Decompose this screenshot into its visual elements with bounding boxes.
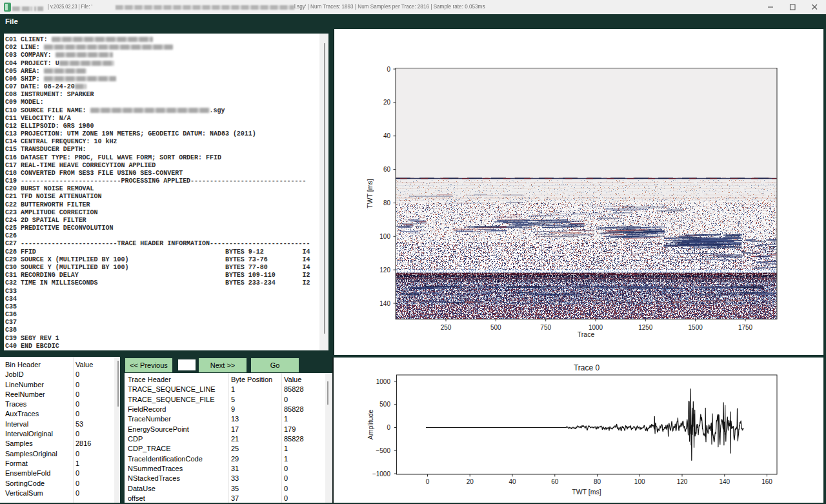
svg-text:0: 0 <box>387 424 390 431</box>
svg-text:140: 140 <box>379 300 390 307</box>
svg-text:120: 120 <box>677 478 688 485</box>
svg-text:TWT [ms]: TWT [ms] <box>572 488 601 496</box>
svg-text:Amplitude: Amplitude <box>367 410 374 440</box>
svg-text:TWT [ms]: TWT [ms] <box>366 179 374 208</box>
svg-text:0: 0 <box>387 66 390 73</box>
svg-text:40: 40 <box>509 478 516 485</box>
svg-text:1000: 1000 <box>376 378 391 385</box>
svg-text:Trace 0: Trace 0 <box>574 363 600 372</box>
svg-text:140: 140 <box>719 478 730 485</box>
svg-text:1000: 1000 <box>589 324 603 331</box>
svg-text:100: 100 <box>634 478 645 485</box>
svg-text:500: 500 <box>490 324 501 331</box>
svg-text:500: 500 <box>379 401 390 408</box>
svg-text:−1000: −1000 <box>372 470 391 478</box>
svg-text:120: 120 <box>379 267 390 274</box>
svg-text:80: 80 <box>594 478 601 485</box>
svg-text:60: 60 <box>383 166 391 173</box>
svg-text:750: 750 <box>540 324 551 331</box>
svg-text:40: 40 <box>383 132 391 139</box>
svg-text:20: 20 <box>383 99 391 106</box>
svg-text:−500: −500 <box>376 447 390 454</box>
svg-text:0: 0 <box>426 478 430 485</box>
svg-text:250: 250 <box>441 324 452 331</box>
svg-text:1750: 1750 <box>738 324 753 331</box>
svg-text:80: 80 <box>383 199 391 207</box>
svg-text:1500: 1500 <box>689 324 703 331</box>
svg-text:1250: 1250 <box>638 324 653 331</box>
svg-text:20: 20 <box>467 478 474 485</box>
svg-text:160: 160 <box>761 478 772 485</box>
svg-text:100: 100 <box>379 233 390 240</box>
svg-text:Trace: Trace <box>578 330 595 338</box>
svg-text:60: 60 <box>551 478 559 485</box>
